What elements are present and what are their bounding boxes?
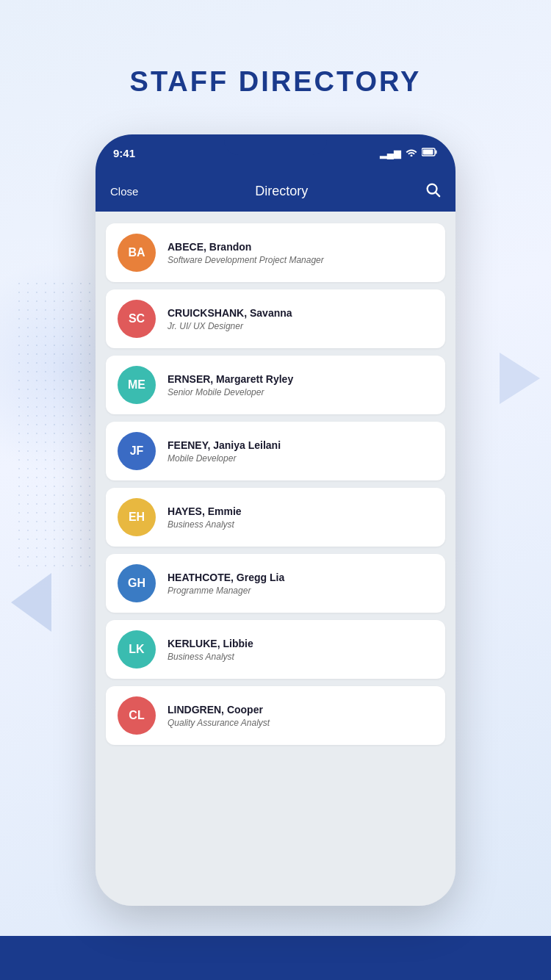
avatar-initials: BA [128, 246, 145, 259]
decorative-triangle-left [11, 573, 51, 632]
contact-name: LINDGREN, Cooper [168, 704, 433, 716]
decorative-triangle-right [500, 353, 540, 404]
bottom-bar [0, 936, 551, 980]
wifi-icon [406, 148, 417, 159]
phone-notch [224, 134, 327, 155]
avatar: EH [118, 498, 156, 536]
contact-name: ERNSER, Margarett Ryley [168, 373, 433, 385]
contact-role: Programme Manager [168, 586, 433, 596]
avatar: BA [118, 234, 156, 272]
avatar: JF [118, 432, 156, 470]
contact-card[interactable]: BA ABECE, Brandon Software Development P… [106, 223, 445, 282]
signal-icon: ▂▄▆ [380, 148, 401, 159]
contact-role: Quality Assurance Analyst [168, 718, 433, 728]
avatar: ME [118, 366, 156, 404]
contact-name: HAYES, Emmie [168, 505, 433, 517]
avatar: LK [118, 630, 156, 669]
avatar-initials: JF [130, 444, 144, 458]
avatar: SC [118, 300, 156, 338]
contact-card[interactable]: JF FEENEY, Janiya Leilani Mobile Develop… [106, 422, 445, 480]
page-title: STAFF DIRECTORY [130, 66, 422, 98]
avatar-initials: SC [129, 312, 145, 325]
contact-info: KERLUKE, Libbie Business Analyst [168, 638, 433, 662]
contact-role: Software Development Project Manager [168, 255, 433, 265]
search-icon[interactable] [425, 181, 441, 201]
svg-rect-1 [423, 149, 433, 154]
contact-info: ERNSER, Margarett Ryley Senior Mobile De… [168, 373, 433, 397]
contact-card[interactable]: GH HEATHCOTE, Gregg Lia Programme Manage… [106, 554, 445, 613]
contact-name: FEENEY, Janiya Leilani [168, 439, 433, 451]
avatar-initials: LK [129, 643, 144, 656]
avatar-initials: ME [128, 378, 145, 392]
contact-name: HEATHCOTE, Gregg Lia [168, 572, 433, 583]
nav-bar: Close Directory [96, 171, 455, 212]
contact-info: LINDGREN, Cooper Quality Assurance Analy… [168, 704, 433, 728]
contact-role: Senior Mobile Developer [168, 387, 433, 397]
avatar-initials: GH [128, 577, 145, 590]
contact-name: CRUICKSHANK, Savanna [168, 307, 433, 319]
contact-role: Business Analyst [168, 652, 433, 662]
contact-card[interactable]: CL LINDGREN, Cooper Quality Assurance An… [106, 686, 445, 745]
svg-line-4 [436, 192, 439, 196]
avatar-initials: CL [129, 709, 144, 722]
contact-card[interactable]: ME ERNSER, Margarett Ryley Senior Mobile… [106, 356, 445, 414]
avatar: CL [118, 696, 156, 735]
contact-info: HEATHCOTE, Gregg Lia Programme Manager [168, 572, 433, 596]
contact-info: CRUICKSHANK, Savanna Jr. UI/ UX Designer [168, 307, 433, 331]
contact-role: Jr. UI/ UX Designer [168, 321, 433, 331]
close-button[interactable]: Close [110, 185, 138, 198]
contact-info: HAYES, Emmie Business Analyst [168, 505, 433, 530]
contact-role: Mobile Developer [168, 453, 433, 464]
svg-rect-2 [436, 150, 437, 154]
contacts-list: BA ABECE, Brandon Software Development P… [96, 212, 455, 906]
contact-info: ABECE, Brandon Software Development Proj… [168, 241, 433, 265]
avatar-initials: EH [129, 511, 145, 524]
phone-frame: 9:41 ▂▄▆ Close Directory [96, 134, 455, 906]
contact-role: Business Analyst [168, 519, 433, 530]
contact-card[interactable]: LK KERLUKE, Libbie Business Analyst [106, 620, 445, 679]
contact-card[interactable]: EH HAYES, Emmie Business Analyst [106, 488, 445, 547]
battery-icon [422, 148, 438, 159]
status-icons: ▂▄▆ [380, 148, 438, 159]
nav-title: Directory [255, 184, 308, 199]
contact-card[interactable]: SC CRUICKSHANK, Savanna Jr. UI/ UX Desig… [106, 289, 445, 348]
contact-name: KERLUKE, Libbie [168, 638, 433, 649]
status-time: 9:41 [113, 147, 135, 159]
contact-info: FEENEY, Janiya Leilani Mobile Developer [168, 439, 433, 464]
avatar: GH [118, 564, 156, 602]
contact-name: ABECE, Brandon [168, 241, 433, 253]
